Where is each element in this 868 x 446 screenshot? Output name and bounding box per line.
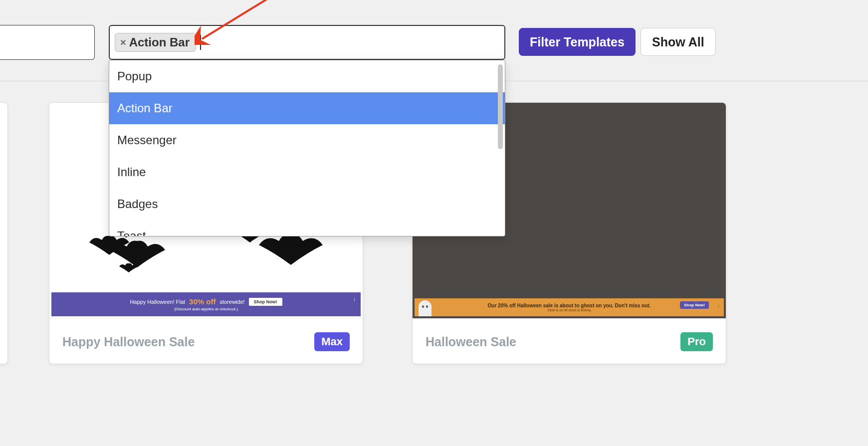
ghost-icon [419, 300, 432, 316]
dropdown-option-action-bar[interactable]: Action Bar [109, 92, 505, 124]
dropdown-option-label: Inline [117, 165, 146, 179]
remove-tag-icon[interactable]: × [120, 37, 126, 48]
selected-tag-label: Action Bar [129, 35, 190, 49]
banner-subtext: (Discount auto-applies at checkout.) [174, 307, 238, 311]
action-bar-preview: Happy Halloween! Flat 30% off storewide!… [51, 292, 361, 316]
template-card-footer: Halloween Sale Pro [413, 318, 726, 364]
filter-templates-button[interactable]: Filter Templates [519, 28, 636, 56]
filter-templates-label: Filter Templates [530, 35, 625, 49]
dropdown-option-popup[interactable]: Popup [109, 60, 505, 92]
banner-cta-button: Shop Now! [249, 298, 282, 306]
dropdown-option-toast[interactable]: Toast [109, 220, 505, 236]
show-all-label: Show All [652, 35, 704, 49]
banner-cta-button: Shop Now! [680, 301, 709, 309]
plan-badge-max: Max [314, 332, 350, 351]
template-title: Halloween Sale [426, 335, 516, 349]
banner-discount: 30% off [189, 297, 216, 306]
dropdown-option-badges[interactable]: Badges [109, 188, 505, 220]
banner-text: Our 20% off Halloween sale is about to g… [488, 303, 651, 308]
collapse-icon: ↓ [717, 302, 720, 308]
dropdown-option-messenger[interactable]: Messenger [109, 124, 505, 156]
text-cursor [200, 35, 201, 50]
dropdown-option-label: Action Bar [117, 101, 173, 115]
plan-badge-pro: Pro [680, 332, 713, 351]
template-card-peek[interactable] [0, 102, 8, 364]
dropdown-scrollbar[interactable] [498, 64, 503, 149]
template-type-dropdown: Popup Action Bar Messenger Inline Badges… [109, 60, 505, 236]
banner-text: Happy Halloween! Flat [130, 299, 185, 305]
dropdown-option-label: Badges [117, 197, 158, 211]
template-type-input[interactable]: × Action Bar [109, 25, 505, 60]
filter-input-previous[interactable] [0, 25, 95, 60]
banner-text: storewide! [219, 299, 244, 305]
template-title: Happy Halloween Sale [62, 335, 195, 349]
action-bar-preview: Our 20% off Halloween sale is about to g… [415, 298, 724, 316]
dropdown-option-inline[interactable]: Inline [109, 156, 505, 188]
selected-tag-chip[interactable]: × Action Bar [115, 33, 196, 52]
banner-subtext: Deal is on till clock is ticking [548, 308, 591, 312]
template-card-footer: Happy Halloween Sale Max [49, 318, 363, 364]
show-all-button[interactable]: Show All [641, 28, 716, 56]
dropdown-option-label: Messenger [117, 133, 177, 147]
dropdown-option-label: Toast [117, 229, 146, 236]
dropdown-option-label: Popup [117, 69, 152, 83]
collapse-icon: ↓ [353, 295, 356, 302]
